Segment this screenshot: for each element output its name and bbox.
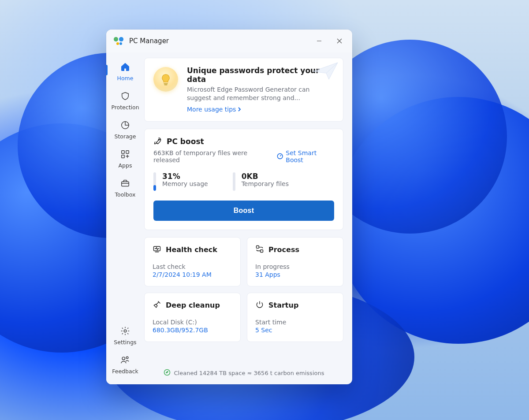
sidebar-item-label: Toolbox <box>115 191 136 198</box>
pc-boost-title: PC boost <box>167 137 204 146</box>
window-title: PC Manager <box>129 37 169 45</box>
pie-chart-icon <box>120 120 130 131</box>
rocket-icon <box>153 136 162 147</box>
lightbulb-icon <box>153 67 178 92</box>
shield-icon <box>120 91 130 102</box>
gauge-icon <box>277 153 283 160</box>
footer-text: Cleaned 14284 TB space ≈ 3656 t carbon e… <box>174 370 324 376</box>
sidebar-item-label: Apps <box>119 162 132 169</box>
carbon-footer: Cleaned 14284 TB space ≈ 3656 t carbon e… <box>144 363 343 384</box>
card-title: Deep cleanup <box>166 301 220 309</box>
sidebar-item-settings[interactable]: Settings <box>106 322 144 351</box>
svg-point-13 <box>158 139 160 140</box>
card-key: Last check <box>153 263 232 270</box>
svg-point-10 <box>124 330 127 332</box>
minimize-button[interactable] <box>309 32 329 50</box>
memory-usage-metric: 31% Memory usage <box>153 172 208 191</box>
memory-label: Memory usage <box>162 180 208 187</box>
more-tips-link[interactable]: More usage tips <box>187 106 242 113</box>
sidebar-item-storage[interactable]: Storage <box>106 116 144 145</box>
memory-bar <box>153 172 156 191</box>
process-card[interactable]: Process In progress 31 Apps <box>247 237 343 286</box>
temp-bar <box>233 172 235 191</box>
desktop-wallpaper: PC Manager Home <box>0 0 529 420</box>
sidebar-item-label: Feedback <box>112 368 138 375</box>
svg-rect-9 <box>122 182 129 186</box>
svg-rect-17 <box>261 249 263 252</box>
boost-button[interactable]: Boost <box>153 201 334 221</box>
card-value: 31 Apps <box>255 271 335 278</box>
health-check-card[interactable]: Health check Last check 2/7/2024 10:19 A… <box>144 237 241 286</box>
card-title: Startup <box>268 301 298 309</box>
close-button[interactable] <box>329 32 350 50</box>
sidebar-item-home[interactable]: Home <box>106 58 144 87</box>
svg-rect-7 <box>126 151 129 153</box>
boost-status-text: 663KB of temporary files were released <box>153 149 272 164</box>
sidebar-item-protection[interactable]: Protection <box>106 87 144 116</box>
temp-label: Temporary files <box>242 180 289 187</box>
main-content: Unique passwords protect your data Micro… <box>144 52 352 384</box>
card-key: Local Disk (C:) <box>153 319 232 326</box>
card-value: 680.3GB/952.7GB <box>153 327 232 334</box>
svg-rect-16 <box>257 245 259 248</box>
card-value: 5 Sec <box>255 327 335 334</box>
broom-icon <box>153 300 161 311</box>
memory-value: 31% <box>162 172 208 181</box>
set-smart-boost-link[interactable]: Set Smart Boost <box>277 149 334 164</box>
temp-files-metric: 0KB Temporary files <box>233 172 289 191</box>
sidebar-item-label: Storage <box>115 133 136 140</box>
sidebar-item-label: Settings <box>114 339 136 346</box>
toolbox-icon <box>120 178 130 190</box>
sidebar: Home Protection Storage <box>106 52 144 384</box>
card-key: Start time <box>255 319 335 326</box>
pc-boost-card: PC boost 663KB of temporary files were r… <box>144 129 343 230</box>
leaf-globe-icon <box>164 369 171 377</box>
app-logo-icon <box>113 36 124 46</box>
svg-point-12 <box>126 357 128 359</box>
window-titlebar: PC Manager <box>106 30 352 52</box>
sidebar-item-label: Protection <box>111 104 139 111</box>
gear-icon <box>120 326 130 337</box>
card-key: In progress <box>255 263 335 270</box>
feedback-icon <box>120 355 130 366</box>
sidebar-item-feedback[interactable]: Feedback <box>106 351 144 380</box>
svg-point-1 <box>119 42 122 45</box>
home-icon <box>120 62 130 73</box>
process-icon <box>255 245 264 255</box>
card-value: 2/7/2024 10:19 AM <box>153 271 232 278</box>
svg-point-0 <box>116 42 119 45</box>
tip-description: Microsoft Edge Password Generator can su… <box>187 85 334 102</box>
apps-icon <box>120 149 130 160</box>
svg-rect-8 <box>122 155 124 158</box>
deep-cleanup-card[interactable]: Deep cleanup Local Disk (C:) 680.3GB/952… <box>144 293 241 342</box>
startup-card[interactable]: Startup Start time 5 Sec <box>247 293 343 342</box>
card-title: Health check <box>166 245 217 254</box>
heartbeat-icon <box>153 245 161 255</box>
temp-value: 0KB <box>242 172 289 181</box>
paper-plane-icon <box>312 61 339 83</box>
sidebar-item-label: Home <box>117 75 134 82</box>
card-title: Process <box>268 245 299 254</box>
pc-manager-window: PC Manager Home <box>106 30 352 384</box>
svg-point-11 <box>122 357 125 360</box>
svg-rect-6 <box>122 151 124 153</box>
power-icon <box>255 300 264 311</box>
chevron-right-icon <box>237 107 242 112</box>
sidebar-item-toolbox[interactable]: Toolbox <box>106 174 144 203</box>
usage-tip-card[interactable]: Unique passwords protect your data Micro… <box>144 58 343 122</box>
sidebar-item-apps[interactable]: Apps <box>106 145 144 174</box>
